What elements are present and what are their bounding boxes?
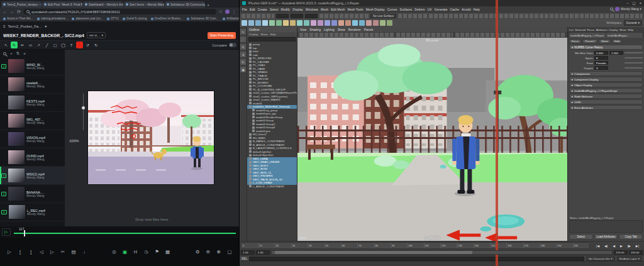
search-icon[interactable] — [610, 8, 613, 11]
attribute-editor-button[interactable]: Focus — [569, 39, 581, 43]
bookmark-item[interactable]: Substance 3D Com… — [187, 17, 218, 20]
command-line-input[interactable] — [249, 257, 584, 261]
coord-field-z[interactable] — [305, 14, 318, 18]
browser-menu-icon[interactable]: ⋮ — [231, 9, 236, 14]
timeline-play-icon[interactable]: ▷ — [2, 228, 11, 236]
video-thumbnail[interactable] — [8, 77, 25, 91]
video-list-item[interactable]: OUND.mp4 Wendy Wang — [0, 148, 65, 167]
player-tool-icon[interactable]: ▦ — [165, 249, 171, 255]
snap-icons-strip[interactable] — [319, 14, 369, 18]
shelf-tool-icon[interactable] — [269, 20, 275, 26]
shelf-tool-icon[interactable] — [338, 20, 344, 26]
player-tool-icon[interactable]: [ — [17, 249, 23, 255]
maya-titlebar[interactable]: PILshot GER.9.mb* — Autodesk MAYA 2023.3… — [240, 0, 644, 6]
attribute-value-input-2[interactable]: 1.000 — [609, 51, 623, 55]
outliner-search-input[interactable] — [248, 37, 296, 42]
outliner-item[interactable]: B_LANDFORM36_CONTROLS — [247, 147, 297, 150]
annotation-tool-button[interactable]: ╱ — [43, 42, 50, 48]
range-slider[interactable] — [271, 250, 613, 255]
shelf-tool-icon[interactable] — [262, 20, 268, 26]
shelf-tool-icon[interactable] — [248, 20, 254, 26]
bookmark-item[interactable]: Actors in Their Wo… — [3, 17, 33, 20]
attribute-section-collapsed[interactable]: ▸ Components — [569, 71, 643, 76]
bookmark-item[interactable]: placement year (co… — [72, 17, 103, 20]
video-thumbnail[interactable] — [8, 114, 25, 128]
minimize-icon[interactable]: – — [627, 1, 629, 5]
player-tool-icon[interactable]: ◎ — [111, 249, 118, 255]
shelf-tool-icon[interactable] — [255, 20, 261, 26]
video-list-item[interactable]: 3 BANANA… Wendy Wang — [0, 185, 65, 203]
new-tab-button[interactable]: + — [205, 3, 211, 8]
viewport-menu-item[interactable]: View — [300, 28, 306, 31]
attribute-slider[interactable] — [625, 62, 643, 64]
player-tool-icon[interactable]: ◁ — [38, 249, 45, 255]
player-tool-icon[interactable]: ▷ — [6, 249, 13, 255]
redo-button[interactable]: ↻ — [92, 42, 99, 48]
video-thumbnail[interactable] — [8, 132, 25, 146]
video-list-item[interactable]: newlw6… Wendy Wang — [0, 75, 65, 94]
shelf-tool-icon[interactable] — [290, 20, 296, 26]
time-slider-track[interactable]: 0102030405060708090100110120130140150160… — [241, 242, 590, 249]
attribute-value-input[interactable]: 0.000 — [594, 51, 608, 55]
annotation-tool-button[interactable]: ◯ — [60, 42, 67, 48]
attribute-menu-item[interactable]: Focus — [587, 28, 594, 31]
viewport-display-icons-strip[interactable] — [455, 33, 565, 37]
menu-item[interactable]: Mesh — [321, 8, 328, 11]
command-language-label[interactable]: MEL — [242, 257, 247, 260]
add-file-icon[interactable]: + — [10, 52, 13, 56]
menu-item[interactable]: Edit — [250, 8, 255, 11]
shelf-tool-icon[interactable] — [297, 20, 303, 26]
timeline-track[interactable] — [14, 233, 236, 234]
shelf-tool-icon[interactable] — [345, 20, 351, 26]
browser-tab[interactable]: Substance 3D Community Ass… × — [165, 1, 205, 8]
search-icon[interactable] — [3, 52, 6, 55]
attribute-editor-button[interactable]: Hide — [612, 39, 623, 43]
notes-input[interactable] — [569, 220, 643, 233]
menu-item[interactable]: Deform — [414, 8, 425, 11]
attribute-footer-button[interactable]: Load Attributes — [594, 234, 618, 240]
outliner-menu-item[interactable]: Help — [270, 33, 275, 36]
attribute-section-collapsed[interactable]: ▸ UUID — [569, 99, 643, 104]
shelf-tool-icon[interactable] — [318, 20, 323, 26]
forward-icon[interactable]: → — [9, 9, 14, 14]
menu-item[interactable]: Surfaces — [400, 8, 413, 11]
playback-start-field[interactable]: 1.00 — [256, 250, 270, 255]
outliner-menu-item[interactable]: Display — [249, 33, 258, 36]
attribute-value-input[interactable]: Periodic — [594, 61, 608, 65]
menu-item[interactable]: Mesh Tools — [348, 8, 364, 11]
playback-button[interactable]: |▶ — [628, 244, 631, 248]
workspace-dropdown[interactable]: General ▾ — [624, 20, 643, 26]
shelf-tool-icon[interactable] — [380, 20, 386, 26]
player-tool-icon[interactable]: ▤ — [70, 249, 77, 255]
video-thumbnail[interactable] — [8, 187, 25, 201]
bookmark-item[interactable]: OneDrive for Busine… — [151, 17, 184, 20]
attribute-slider[interactable] — [625, 57, 643, 58]
shelf-tool-icon[interactable] — [359, 20, 365, 26]
menu-item[interactable]: UV — [428, 8, 432, 11]
video-thumbnail[interactable] — [9, 205, 25, 219]
annotation-tool-button[interactable]: T — [68, 42, 75, 48]
menu-item[interactable]: Windows — [306, 8, 318, 11]
project-name[interactable]: Term2_Pocket_Fa… — [8, 25, 43, 28]
annotation-tool-button[interactable]: ↗ — [35, 42, 42, 48]
annotation-tool-button[interactable]: ↖ — [3, 42, 9, 48]
viewport-menu-item[interactable]: Renderer — [348, 28, 361, 31]
sidebar-icons-strip[interactable] — [429, 14, 642, 18]
annotation-tool-button[interactable]: ✎ — [11, 42, 18, 48]
coord-field-y[interactable] — [291, 14, 303, 18]
outliner-menu-item[interactable]: Show — [260, 33, 267, 36]
attribute-section-collapsed[interactable]: ▸ Extra Attributes — [569, 105, 643, 110]
start-presenting-button[interactable]: Start Presenting — [208, 32, 236, 39]
playback-button[interactable]: ◀| — [604, 244, 608, 248]
maximize-icon[interactable]: ▢ — [633, 1, 636, 5]
shelf-tool-icon[interactable] — [352, 20, 358, 26]
live-surface-field[interactable]: No Live Surface — [370, 14, 396, 18]
bookmark-item[interactable]: ArtStation – All Cha… — [223, 17, 239, 20]
brush-size-slider[interactable] — [83, 94, 84, 130]
playback-button[interactable]: ▶ — [620, 244, 623, 248]
annotation-tool-button[interactable]: ▭ — [27, 42, 34, 48]
shelf-tool-icon[interactable] — [304, 20, 309, 26]
status-icons-strip[interactable] — [242, 14, 274, 18]
close-icon[interactable]: × — [640, 1, 641, 5]
attribute-node-tab[interactable]: modelAndRigging_r.1:Rayan — [569, 33, 606, 38]
